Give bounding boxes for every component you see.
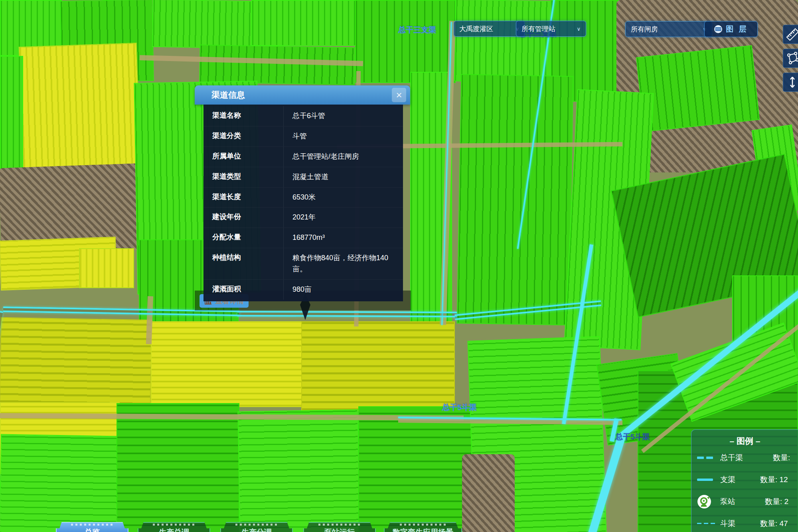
gatehouse-dropdown[interactable]: 所有闸房 ∨ <box>625 21 712 37</box>
pump-station-icon <box>697 494 715 509</box>
layers-icon <box>714 25 723 34</box>
field-overlay <box>355 0 456 83</box>
legend-panel: – 图例 – 总干渠 数量: 支渠 数量: 12 泵站 数量: 2 <box>691 429 798 532</box>
field-overlay <box>152 0 253 49</box>
popup-row: 分配水量168770m³ <box>203 228 403 248</box>
popup-row: 灌溉面积980亩 <box>203 280 403 300</box>
legend-item: 斗渠 数量: 47 <box>691 512 798 532</box>
legend-item: 总干渠 数量: <box>691 447 798 469</box>
popup-title: 渠道信息 <box>211 89 245 101</box>
station-dropdown-value: 所有管理站 <box>521 24 555 34</box>
ruler-icon <box>785 27 798 42</box>
field-overlay <box>19 43 141 171</box>
tab-production-master-dispatch[interactable]: 生产总调 <box>138 522 210 532</box>
field-overlay <box>251 0 356 46</box>
lateral-canal-dashed-line-symbol <box>697 523 715 524</box>
layers-button[interactable]: 图 层 <box>704 21 758 37</box>
popup-row: 所属单位总干管理站/老庄闸房 <box>203 147 403 167</box>
field-overlay <box>457 74 574 326</box>
popup-row: 渠道分类斗管 <box>203 127 403 147</box>
popup-row: 种植结构粮食作物840亩，经济作物140亩。 <box>203 248 403 280</box>
field-overlay <box>0 56 23 176</box>
height-measure-icon <box>785 75 798 89</box>
legend-item: 支渠 数量: 12 <box>691 469 798 490</box>
channel-info-popup-body: 渠道名称总干6斗管 渠道分类斗管 所属单位总干管理站/老庄闸房 渠道类型混凝土管… <box>203 105 403 301</box>
field-overlay <box>117 403 239 532</box>
tab-pump-station-operation[interactable]: 泵站运行 <box>303 522 376 532</box>
irrigation-dashboard: 总干三支渠 总干三支渠 总干5斗渠 总干5斗渠 大禹渡灌区 ∨ 所有管理站 ∨ … <box>0 0 798 532</box>
chevron-down-icon: ∨ <box>577 26 581 32</box>
field-overlay <box>237 409 360 532</box>
popup-row: 渠道类型混凝土管道 <box>203 167 403 188</box>
popup-row: 渠道名称总干6斗管 <box>203 106 403 127</box>
field-overlay <box>636 45 760 132</box>
channel-info-popup-header: 渠道信息 × <box>195 85 410 105</box>
legend-item: 泵站 数量: 2 <box>691 490 798 512</box>
tab-digital-twin-scenarios[interactable]: 数字孪生应用场景 <box>384 522 462 532</box>
map-label-canal: 总干三支渠 <box>398 25 436 35</box>
village-area <box>462 454 515 532</box>
field-overlay <box>358 406 472 532</box>
area-measure-tool-button[interactable] <box>783 49 798 68</box>
field-overlay <box>0 317 152 406</box>
station-dropdown[interactable]: 所有管理站 ∨ <box>516 21 586 37</box>
gatehouse-dropdown-value: 所有闸房 <box>631 25 658 34</box>
legend-title: – 图例 – <box>691 435 798 447</box>
close-icon[interactable]: × <box>392 88 406 102</box>
field-overlay <box>454 0 552 83</box>
popup-row: 渠道长度6530米 <box>203 188 403 208</box>
height-measure-tool-button[interactable] <box>783 73 798 92</box>
polygon-measure-icon <box>785 51 798 65</box>
field-overlay <box>151 321 302 407</box>
branch-canal-line-symbol <box>697 479 715 481</box>
field-overlay <box>0 434 119 532</box>
field-overlay <box>79 248 134 288</box>
map-label-canal: 总干5斗渠 <box>442 402 477 413</box>
ruler-tool-button[interactable] <box>783 25 798 44</box>
field-overlay <box>301 321 455 411</box>
tab-production-sub-dispatch[interactable]: 生产分调 <box>220 522 293 532</box>
map-label-canal: 总干5斗渠 <box>615 432 650 442</box>
canal-line <box>237 311 457 317</box>
layers-button-label: 图 层 <box>726 24 748 34</box>
tab-overview[interactable]: 总览 <box>56 522 128 532</box>
main-canal-dashed-line-symbol <box>697 457 715 459</box>
district-dropdown[interactable]: 大禹渡灌区 ∨ <box>454 21 525 37</box>
district-dropdown-value: 大禹渡灌区 <box>459 24 493 34</box>
popup-row: 建设年份2021年 <box>203 208 403 228</box>
